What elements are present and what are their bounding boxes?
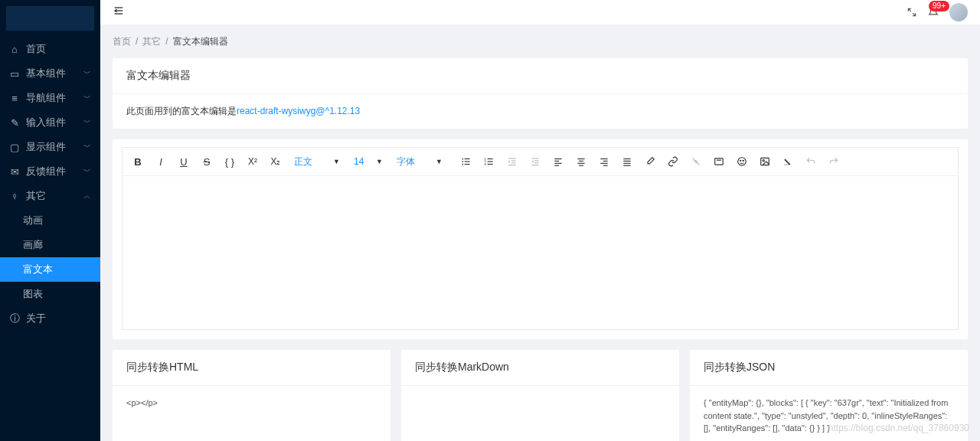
svg-rect-35 bbox=[600, 158, 607, 159]
svg-rect-24 bbox=[534, 162, 539, 163]
strikethrough-button[interactable]: S bbox=[196, 152, 217, 171]
svg-rect-9 bbox=[465, 161, 470, 162]
sidebar-subitem-animation[interactable]: 动画 bbox=[0, 208, 100, 233]
chevron-down-icon: ﹀ bbox=[83, 93, 91, 103]
superscript-button[interactable]: X² bbox=[242, 152, 263, 171]
markdown-panel-body bbox=[401, 386, 679, 407]
svg-rect-36 bbox=[603, 161, 608, 162]
header: 99+ bbox=[100, 0, 980, 24]
svg-rect-10 bbox=[465, 164, 470, 165]
markdown-panel-title: 同步转换MarkDown bbox=[401, 350, 679, 386]
emoji-button[interactable] bbox=[731, 152, 753, 171]
unlink-button[interactable] bbox=[685, 152, 707, 171]
svg-point-47 bbox=[740, 160, 741, 161]
undo-button[interactable] bbox=[800, 152, 822, 171]
avatar[interactable] bbox=[949, 3, 968, 21]
sidebar-item-feedback[interactable]: ✉ 反馈组件 ﹀ bbox=[0, 159, 100, 184]
indent-button[interactable] bbox=[501, 152, 523, 171]
image-button[interactable] bbox=[754, 152, 776, 171]
monospace-button[interactable]: { } bbox=[219, 152, 240, 171]
json-panel-title: 同步转换JSON bbox=[690, 350, 968, 386]
svg-point-5 bbox=[462, 158, 463, 160]
sidebar-item-basic[interactable]: ▭ 基本组件 ﹀ bbox=[0, 61, 100, 86]
chevron-up-icon: ︿ bbox=[83, 191, 91, 201]
sidebar-item-label: 其它 bbox=[26, 189, 46, 203]
breadcrumb-current: 富文本编辑器 bbox=[173, 35, 228, 48]
redo-button[interactable] bbox=[823, 152, 844, 171]
svg-rect-34 bbox=[579, 165, 583, 166]
svg-rect-41 bbox=[623, 163, 630, 164]
sidebar-item-nav[interactable]: ≡ 导航组件 ﹀ bbox=[0, 86, 100, 110]
json-panel: 同步转换JSON { "entityMap": {}, "blocks": [ … bbox=[690, 350, 968, 441]
remove-format-button[interactable] bbox=[777, 152, 799, 171]
bars-icon: ≡ bbox=[9, 93, 20, 104]
sidebar-item-home[interactable]: ⌂ 首页 bbox=[0, 37, 100, 61]
link-button[interactable] bbox=[662, 152, 684, 171]
sidebar-item-input[interactable]: ✎ 输入组件 ﹀ bbox=[0, 110, 100, 135]
italic-button[interactable]: I bbox=[150, 152, 172, 171]
sidebar-item-about[interactable]: ⓘ 关于 bbox=[0, 306, 100, 331]
breadcrumb-home[interactable]: 首页 bbox=[113, 35, 131, 48]
font-family-select[interactable]: 字体▼ bbox=[390, 152, 449, 171]
align-right-button[interactable] bbox=[593, 152, 615, 171]
align-center-button[interactable] bbox=[570, 152, 592, 171]
bold-button[interactable]: B bbox=[127, 152, 149, 171]
fullscreen-icon[interactable] bbox=[906, 7, 917, 18]
editor-card: B I U S { } X² X₂ 正文▼ 14▼ 字体▼ bbox=[113, 139, 968, 339]
sidebar-item-other[interactable]: ♀ 其它 ︿ bbox=[0, 184, 100, 208]
sidebar-subitem-gallery[interactable]: 画廊 bbox=[0, 233, 100, 257]
svg-rect-30 bbox=[554, 165, 559, 166]
svg-point-7 bbox=[462, 164, 463, 165]
block-type-select[interactable]: 正文▼ bbox=[288, 152, 346, 171]
underline-button[interactable]: U bbox=[173, 152, 194, 171]
svg-rect-20 bbox=[508, 165, 515, 165]
subscript-button[interactable]: X₂ bbox=[265, 152, 286, 171]
svg-point-48 bbox=[743, 160, 743, 161]
ordered-list-button[interactable]: 123 bbox=[479, 152, 500, 171]
svg-rect-15 bbox=[488, 161, 493, 162]
svg-rect-22 bbox=[531, 158, 538, 158]
sidebar-subitem-richtext[interactable]: 富文本 bbox=[0, 257, 100, 282]
font-size-select[interactable]: 14▼ bbox=[348, 152, 389, 171]
svg-point-50 bbox=[763, 160, 764, 162]
svg-rect-40 bbox=[623, 161, 630, 162]
svg-line-43 bbox=[692, 158, 699, 165]
html-panel-title: 同步转换HTML bbox=[113, 350, 390, 386]
editor-toolbar: B I U S { } X² X₂ 正文▼ 14▼ 字体▼ bbox=[122, 148, 958, 176]
chevron-down-icon: ﹀ bbox=[83, 142, 91, 152]
svg-rect-14 bbox=[488, 158, 493, 159]
intro-text: 此页面用到的富文本编辑是 bbox=[126, 106, 237, 116]
sidebar-item-label: 导航组件 bbox=[26, 91, 66, 105]
unordered-list-button[interactable] bbox=[456, 152, 477, 171]
intro-link[interactable]: react-draft-wysiwyg@^1.12.13 bbox=[237, 106, 360, 116]
chevron-down-icon: ﹀ bbox=[83, 166, 91, 177]
svg-rect-42 bbox=[623, 165, 630, 166]
svg-rect-29 bbox=[554, 163, 561, 164]
edit-icon: ✎ bbox=[9, 117, 20, 129]
chevron-down-icon: ﹀ bbox=[83, 117, 91, 128]
chevron-down-icon: ﹀ bbox=[83, 68, 91, 79]
outdent-button[interactable] bbox=[524, 152, 546, 171]
embedded-button[interactable] bbox=[708, 152, 730, 171]
sidebar-item-display[interactable]: ▢ 显示组件 ﹀ bbox=[0, 135, 100, 159]
collapse-trigger-icon[interactable] bbox=[113, 5, 125, 20]
notifications-icon[interactable]: 99+ bbox=[928, 7, 939, 18]
sidebar-menu: ⌂ 首页 ▭ 基本组件 ﹀ ≡ 导航组件 ﹀ ✎ 输入组件 ﹀ ▢ 显示组件 bbox=[0, 37, 100, 441]
svg-rect-33 bbox=[577, 163, 584, 164]
svg-rect-37 bbox=[600, 163, 607, 164]
color-picker-button[interactable] bbox=[639, 152, 661, 171]
svg-rect-25 bbox=[531, 165, 538, 165]
desktop-icon: ▢ bbox=[9, 142, 20, 153]
svg-point-46 bbox=[738, 158, 746, 166]
home-icon: ⌂ bbox=[9, 44, 20, 55]
rich-text-editor: B I U S { } X² X₂ 正文▼ 14▼ 字体▼ bbox=[122, 147, 959, 330]
editor-content[interactable] bbox=[122, 176, 958, 329]
breadcrumb-other[interactable]: 其它 bbox=[142, 35, 161, 48]
sidebar-item-label: 输入组件 bbox=[26, 116, 66, 129]
sidebar-subitem-chart[interactable]: 图表 bbox=[0, 282, 100, 306]
align-justify-button[interactable] bbox=[616, 152, 638, 171]
notification-badge: 99+ bbox=[929, 1, 949, 11]
align-left-button[interactable] bbox=[547, 152, 569, 171]
message-icon: ✉ bbox=[9, 166, 20, 178]
svg-marker-26 bbox=[531, 160, 533, 163]
